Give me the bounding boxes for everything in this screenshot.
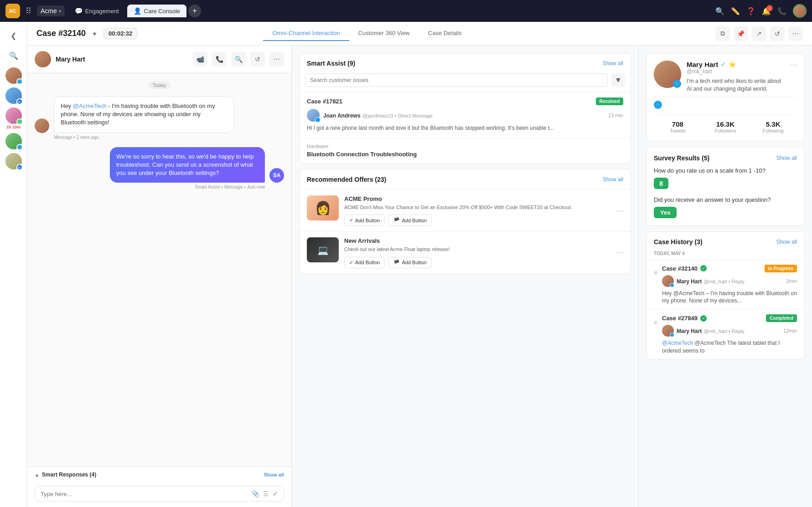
history-agent-channel-1: [670, 283, 674, 287]
profile-avatar: 🐦: [654, 61, 681, 88]
date-chip[interactable]: Today: [148, 81, 171, 89]
case-header-actions: ⧉ 📌 ↗ ↺ ⋯: [715, 26, 803, 41]
attachment-icon[interactable]: 📎: [252, 490, 259, 497]
sidebar-collapse-button[interactable]: ❮: [5, 27, 22, 44]
tab-engagement[interactable]: 💬 Engagement: [68, 5, 125, 17]
offer-more-icon-2[interactable]: ⋯: [616, 248, 623, 257]
case-history-title: Case History (3): [654, 238, 703, 246]
history-agent-handle-1: @mk_hart • Reply: [704, 279, 745, 284]
case-agent-name-1: Joan Andrews: [323, 113, 361, 119]
history-agent-row-2: Mary Hart @mk_hart • Reply 12min: [662, 325, 797, 337]
add-tab-button[interactable]: +: [188, 5, 201, 17]
expand-icon[interactable]: ▲: [35, 472, 39, 477]
profile-panel-inner: 🐦 Mary Hart ✓ ⭐ @mk_hart I'm a tech nerd…: [639, 46, 812, 367]
survey-header: Survey Results (5) Show all: [654, 154, 797, 162]
history-dot-2: [654, 321, 657, 324]
offers-show-all[interactable]: Show all: [603, 176, 623, 183]
smart-assist-show-all[interactable]: Show all: [603, 60, 623, 67]
received-bubble-wrap: Hey @AcmeTech - I'm having trouble with …: [35, 96, 234, 133]
edit-icon[interactable]: ✏️: [731, 7, 740, 15]
history-agent-avatar-1: [662, 275, 674, 287]
case-dropdown-button[interactable]: ▾: [93, 30, 96, 37]
send-icon[interactable]: ✔: [273, 490, 278, 497]
sidebar-contact-1[interactable]: 🐦: [5, 67, 22, 84]
survey-show-all[interactable]: Show all: [776, 155, 797, 161]
profile-handle: @mk_hart: [687, 68, 784, 75]
offer-add-button-2a[interactable]: ✓ Add Button: [344, 257, 385, 268]
tweets-label: Tweets: [654, 128, 702, 133]
user-avatar[interactable]: [793, 4, 807, 18]
tab-omni-channel[interactable]: Omni-Channel Interaction: [263, 26, 349, 41]
history-agent-channel-2: [670, 333, 674, 337]
notifications-icon[interactable]: 🔔 1: [762, 7, 771, 15]
video-call-button[interactable]: 📹: [193, 52, 207, 67]
sidebar-contact-4[interactable]: 🐦: [5, 133, 22, 149]
offer-more-icon-1[interactable]: ⋯: [616, 206, 623, 215]
chat-header: Mary Hart 📹 📞 🔍 ↺ ⋯: [27, 46, 291, 73]
sidebar-contact-2[interactable]: m: [5, 87, 22, 104]
tab-care-console-label: Care Console: [144, 8, 181, 15]
case-history-card: Case History (3) Show all TODAY, MAY 4 C…: [646, 231, 805, 360]
chat-agent-name: Mary Hart: [56, 56, 188, 63]
tab-care-console[interactable]: 👤 Care Console: [127, 5, 187, 17]
hardware-item-1[interactable]: Hardware Bluetooth Connection Troublesho…: [300, 138, 631, 163]
history-agent-row-1: Mary Hart @mk_hart • Reply 2min: [662, 275, 797, 287]
offer-item-2: 💻 New Arrivals Check out our latest Acme…: [300, 231, 631, 273]
history-content-1: Case #32140 ✓ In Progress Mary H: [662, 265, 797, 305]
offer-add-button-1a[interactable]: ✓ Add Button: [344, 215, 385, 226]
tweets-count: 708: [654, 120, 702, 128]
case-history-show-all[interactable]: Show all: [776, 239, 797, 245]
stat-following: 5.3K Following: [749, 120, 797, 133]
offer-desc-1: ACME Don't Miss Your Chance to Get an Ex…: [344, 204, 610, 211]
offer-desc-2: Check out our latest Acme Float laptop r…: [344, 246, 610, 253]
voice-call-button[interactable]: 📞: [212, 52, 227, 67]
profile-more-button[interactable]: ⋯: [790, 61, 797, 69]
smart-assist-case-1: Case #17821 Resolved Joan Andrews @jandr…: [300, 92, 631, 138]
refresh-action-button[interactable]: ↺: [770, 26, 785, 41]
sidebar-search-button[interactable]: 🔍: [5, 47, 22, 64]
offer-content-2: New Arrivals Check out our latest Acme F…: [344, 237, 610, 268]
chat-more-button[interactable]: ⋯: [269, 52, 284, 67]
smart-responses-show-all[interactable]: Show all: [264, 472, 284, 477]
offer-add-button-2b[interactable]: 🏴 Add Button: [388, 257, 431, 268]
copy-action-button[interactable]: ⧉: [715, 26, 730, 41]
offers-card: Recommended Offers (23) Show all 👩 ACME …: [299, 169, 631, 274]
offer-add-button-1b[interactable]: 🏴 Add Button: [388, 215, 431, 226]
tab-case-details[interactable]: Case Details: [419, 26, 471, 41]
verified-icon: ✓: [721, 61, 726, 68]
message-sent-1: We're so sorry to hear this, so we'd be …: [35, 147, 284, 190]
more-action-button[interactable]: ⋯: [788, 26, 803, 41]
pin-action-button[interactable]: 📌: [734, 26, 748, 41]
search-icon[interactable]: 🔍: [715, 7, 724, 15]
grid-icon[interactable]: ⠿: [24, 4, 33, 18]
in-progress-badge-1: In Progress: [765, 265, 797, 272]
history-time-1: 2min: [786, 278, 797, 284]
phone-icon[interactable]: 📞: [777, 7, 786, 15]
tab-customer-360[interactable]: Customer 360 View: [349, 26, 419, 41]
smart-assist-search-input[interactable]: [305, 73, 608, 87]
chat-input[interactable]: [41, 491, 248, 497]
chat-search-button[interactable]: 🔍: [231, 52, 246, 67]
twitter-logo: 🐦: [654, 101, 662, 109]
sidebar-contact-3[interactable]: ✓: [5, 108, 22, 124]
smart-assist-card: Smart Assist (9) Show all ▼ Case #17821 …: [299, 53, 631, 164]
app-switcher[interactable]: Acme ▾: [37, 5, 65, 16]
survey-answer-2: Yes: [654, 207, 677, 218]
customer-profile-panel: 🐦 Mary Hart ✓ ⭐ @mk_hart I'm a tech nerd…: [639, 46, 812, 507]
chat-messages: Today Hey @AcmeTech - I'm having trouble…: [27, 73, 291, 466]
analytics-action-button[interactable]: ↗: [752, 26, 766, 41]
stat-followers: 16.3K Followers: [702, 120, 750, 133]
chat-refresh-button[interactable]: ↺: [250, 52, 265, 67]
template-icon[interactable]: ☰: [263, 490, 269, 497]
sidebar-contact-5[interactable]: m: [5, 153, 22, 169]
help-icon[interactable]: ❓: [746, 7, 755, 15]
panels: Mary Hart 📹 📞 🔍 ↺ ⋯ Today: [27, 46, 812, 507]
completed-badge-2: Completed: [766, 314, 797, 322]
followers-label: Followers: [702, 128, 750, 133]
filter-button[interactable]: ▼: [611, 73, 625, 87]
whatsapp-badge-3: ✓: [16, 118, 23, 125]
messenger-badge-5: m: [16, 164, 23, 170]
sidebar-contact-3-wrap: ✓ 1h 10m: [5, 108, 22, 129]
gold-star-icon: ⭐: [729, 61, 736, 68]
case-agent-info-1: Joan Andrews @jandrews23 • Direct Messag…: [323, 111, 433, 119]
